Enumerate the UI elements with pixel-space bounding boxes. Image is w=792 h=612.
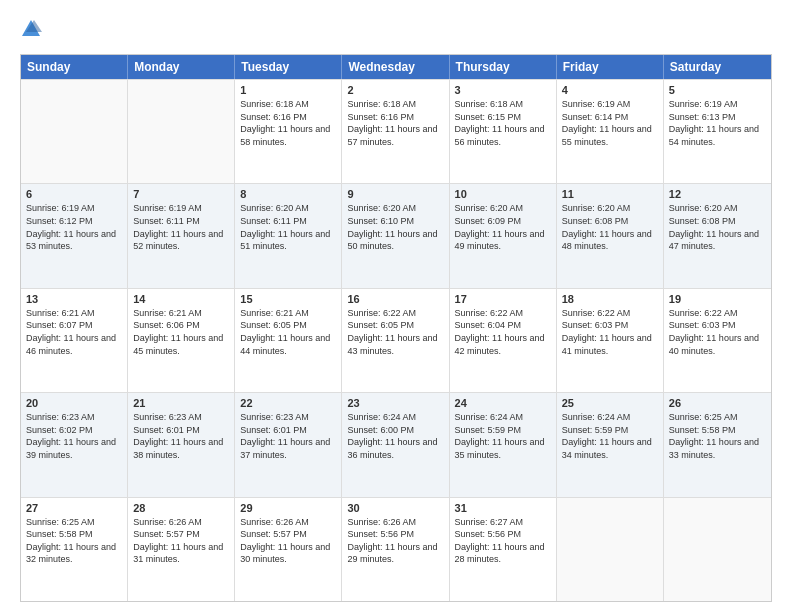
day-number: 23 [347, 397, 443, 409]
calendar-header: SundayMondayTuesdayWednesdayThursdayFrid… [21, 55, 771, 79]
day-info: Sunrise: 6:21 AM Sunset: 6:06 PM Dayligh… [133, 307, 229, 357]
day-info: Sunrise: 6:20 AM Sunset: 6:11 PM Dayligh… [240, 202, 336, 252]
weekday-header: Friday [557, 55, 664, 79]
day-cell: 5Sunrise: 6:19 AM Sunset: 6:13 PM Daylig… [664, 80, 771, 183]
calendar: SundayMondayTuesdayWednesdayThursdayFrid… [20, 54, 772, 602]
day-number: 26 [669, 397, 766, 409]
day-cell: 20Sunrise: 6:23 AM Sunset: 6:02 PM Dayli… [21, 393, 128, 496]
calendar-row: 6Sunrise: 6:19 AM Sunset: 6:12 PM Daylig… [21, 183, 771, 287]
day-number: 5 [669, 84, 766, 96]
day-info: Sunrise: 6:24 AM Sunset: 5:59 PM Dayligh… [562, 411, 658, 461]
day-cell: 27Sunrise: 6:25 AM Sunset: 5:58 PM Dayli… [21, 498, 128, 601]
day-cell: 16Sunrise: 6:22 AM Sunset: 6:05 PM Dayli… [342, 289, 449, 392]
day-info: Sunrise: 6:19 AM Sunset: 6:13 PM Dayligh… [669, 98, 766, 148]
day-number: 27 [26, 502, 122, 514]
day-cell: 30Sunrise: 6:26 AM Sunset: 5:56 PM Dayli… [342, 498, 449, 601]
weekday-header: Saturday [664, 55, 771, 79]
day-number: 16 [347, 293, 443, 305]
day-cell: 2Sunrise: 6:18 AM Sunset: 6:16 PM Daylig… [342, 80, 449, 183]
empty-cell [664, 498, 771, 601]
day-info: Sunrise: 6:22 AM Sunset: 6:03 PM Dayligh… [562, 307, 658, 357]
day-cell: 26Sunrise: 6:25 AM Sunset: 5:58 PM Dayli… [664, 393, 771, 496]
empty-cell [557, 498, 664, 601]
day-number: 29 [240, 502, 336, 514]
calendar-body: 1Sunrise: 6:18 AM Sunset: 6:16 PM Daylig… [21, 79, 771, 601]
day-number: 22 [240, 397, 336, 409]
day-number: 17 [455, 293, 551, 305]
day-number: 6 [26, 188, 122, 200]
day-number: 11 [562, 188, 658, 200]
day-number: 20 [26, 397, 122, 409]
day-cell: 29Sunrise: 6:26 AM Sunset: 5:57 PM Dayli… [235, 498, 342, 601]
day-cell: 8Sunrise: 6:20 AM Sunset: 6:11 PM Daylig… [235, 184, 342, 287]
calendar-row: 27Sunrise: 6:25 AM Sunset: 5:58 PM Dayli… [21, 497, 771, 601]
day-number: 19 [669, 293, 766, 305]
day-info: Sunrise: 6:24 AM Sunset: 5:59 PM Dayligh… [455, 411, 551, 461]
day-number: 18 [562, 293, 658, 305]
day-number: 25 [562, 397, 658, 409]
day-info: Sunrise: 6:19 AM Sunset: 6:14 PM Dayligh… [562, 98, 658, 148]
day-info: Sunrise: 6:18 AM Sunset: 6:16 PM Dayligh… [347, 98, 443, 148]
day-number: 2 [347, 84, 443, 96]
day-cell: 31Sunrise: 6:27 AM Sunset: 5:56 PM Dayli… [450, 498, 557, 601]
day-cell: 6Sunrise: 6:19 AM Sunset: 6:12 PM Daylig… [21, 184, 128, 287]
day-info: Sunrise: 6:20 AM Sunset: 6:09 PM Dayligh… [455, 202, 551, 252]
calendar-row: 1Sunrise: 6:18 AM Sunset: 6:16 PM Daylig… [21, 79, 771, 183]
day-cell: 3Sunrise: 6:18 AM Sunset: 6:15 PM Daylig… [450, 80, 557, 183]
day-info: Sunrise: 6:18 AM Sunset: 6:16 PM Dayligh… [240, 98, 336, 148]
logo-icon [20, 18, 42, 44]
empty-cell [21, 80, 128, 183]
day-info: Sunrise: 6:20 AM Sunset: 6:08 PM Dayligh… [669, 202, 766, 252]
day-info: Sunrise: 6:19 AM Sunset: 6:12 PM Dayligh… [26, 202, 122, 252]
day-cell: 22Sunrise: 6:23 AM Sunset: 6:01 PM Dayli… [235, 393, 342, 496]
day-cell: 1Sunrise: 6:18 AM Sunset: 6:16 PM Daylig… [235, 80, 342, 183]
day-info: Sunrise: 6:22 AM Sunset: 6:03 PM Dayligh… [669, 307, 766, 357]
day-info: Sunrise: 6:26 AM Sunset: 5:56 PM Dayligh… [347, 516, 443, 566]
day-number: 31 [455, 502, 551, 514]
day-info: Sunrise: 6:27 AM Sunset: 5:56 PM Dayligh… [455, 516, 551, 566]
day-cell: 9Sunrise: 6:20 AM Sunset: 6:10 PM Daylig… [342, 184, 449, 287]
day-info: Sunrise: 6:21 AM Sunset: 6:07 PM Dayligh… [26, 307, 122, 357]
day-cell: 13Sunrise: 6:21 AM Sunset: 6:07 PM Dayli… [21, 289, 128, 392]
weekday-header: Thursday [450, 55, 557, 79]
day-info: Sunrise: 6:26 AM Sunset: 5:57 PM Dayligh… [133, 516, 229, 566]
day-number: 4 [562, 84, 658, 96]
day-number: 14 [133, 293, 229, 305]
calendar-page: SundayMondayTuesdayWednesdayThursdayFrid… [0, 0, 792, 612]
day-info: Sunrise: 6:19 AM Sunset: 6:11 PM Dayligh… [133, 202, 229, 252]
day-info: Sunrise: 6:23 AM Sunset: 6:01 PM Dayligh… [240, 411, 336, 461]
day-cell: 15Sunrise: 6:21 AM Sunset: 6:05 PM Dayli… [235, 289, 342, 392]
day-number: 7 [133, 188, 229, 200]
day-number: 12 [669, 188, 766, 200]
day-cell: 24Sunrise: 6:24 AM Sunset: 5:59 PM Dayli… [450, 393, 557, 496]
day-info: Sunrise: 6:23 AM Sunset: 6:02 PM Dayligh… [26, 411, 122, 461]
day-cell: 14Sunrise: 6:21 AM Sunset: 6:06 PM Dayli… [128, 289, 235, 392]
day-number: 15 [240, 293, 336, 305]
day-number: 21 [133, 397, 229, 409]
day-info: Sunrise: 6:25 AM Sunset: 5:58 PM Dayligh… [26, 516, 122, 566]
weekday-header: Wednesday [342, 55, 449, 79]
day-info: Sunrise: 6:22 AM Sunset: 6:05 PM Dayligh… [347, 307, 443, 357]
day-info: Sunrise: 6:22 AM Sunset: 6:04 PM Dayligh… [455, 307, 551, 357]
day-info: Sunrise: 6:20 AM Sunset: 6:08 PM Dayligh… [562, 202, 658, 252]
day-info: Sunrise: 6:25 AM Sunset: 5:58 PM Dayligh… [669, 411, 766, 461]
day-cell: 11Sunrise: 6:20 AM Sunset: 6:08 PM Dayli… [557, 184, 664, 287]
day-number: 13 [26, 293, 122, 305]
day-number: 1 [240, 84, 336, 96]
day-info: Sunrise: 6:24 AM Sunset: 6:00 PM Dayligh… [347, 411, 443, 461]
day-cell: 18Sunrise: 6:22 AM Sunset: 6:03 PM Dayli… [557, 289, 664, 392]
day-cell: 25Sunrise: 6:24 AM Sunset: 5:59 PM Dayli… [557, 393, 664, 496]
day-number: 28 [133, 502, 229, 514]
day-cell: 17Sunrise: 6:22 AM Sunset: 6:04 PM Dayli… [450, 289, 557, 392]
day-cell: 23Sunrise: 6:24 AM Sunset: 6:00 PM Dayli… [342, 393, 449, 496]
weekday-header: Tuesday [235, 55, 342, 79]
day-cell: 7Sunrise: 6:19 AM Sunset: 6:11 PM Daylig… [128, 184, 235, 287]
empty-cell [128, 80, 235, 183]
page-header [20, 18, 772, 44]
day-cell: 28Sunrise: 6:26 AM Sunset: 5:57 PM Dayli… [128, 498, 235, 601]
weekday-header: Monday [128, 55, 235, 79]
day-number: 24 [455, 397, 551, 409]
day-number: 30 [347, 502, 443, 514]
day-info: Sunrise: 6:20 AM Sunset: 6:10 PM Dayligh… [347, 202, 443, 252]
day-cell: 19Sunrise: 6:22 AM Sunset: 6:03 PM Dayli… [664, 289, 771, 392]
